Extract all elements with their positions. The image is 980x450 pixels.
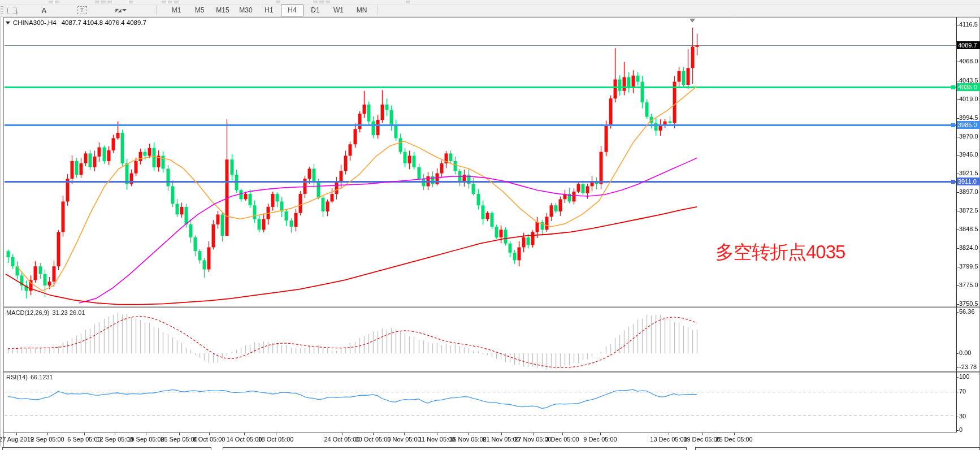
price-axis-label: 3799.5: [959, 263, 978, 270]
time-axis-label: 5 Nov 05:00: [387, 436, 420, 443]
time-axis-label: 14 Oct 05:00: [227, 436, 262, 443]
time-axis-label: 30 Oct 05:00: [355, 436, 391, 443]
macd-axis-label: 56.36: [959, 308, 975, 315]
background-window-edge: [695, 447, 980, 450]
chart-toolbar: F A T ◤◢ M1M5M15M30H1H4D1W1MN: [0, 5, 980, 17]
time-axis-label: 19 Sep 05:00: [127, 436, 164, 443]
rsi-axis-label: 100: [959, 373, 969, 380]
price-axis-label: 3921.5: [959, 170, 978, 176]
price-axis-label: 4116.5: [959, 21, 978, 28]
clipped-icon: [129, 1, 133, 3]
time-axis-label: 15 Nov 05:00: [449, 436, 486, 443]
time-axis-label: 9 Dec 05:00: [583, 436, 617, 443]
clipped-icon: [162, 1, 166, 3]
rsi-label: RSI(14)66.1231: [6, 374, 53, 380]
macd-label: MACD(12,26,9)31.23 26.01: [6, 309, 85, 316]
toolbar-drag-handle[interactable]: [1, 6, 3, 15]
price-axis-label: 3872.5: [959, 207, 978, 214]
timeframe-button-m30[interactable]: M30: [235, 5, 257, 16]
price-axis-label: 3970.0: [959, 133, 978, 140]
ohlc-values: 4087.7 4104.8 4076.4 4089.7: [62, 19, 146, 26]
timeframe-button-d1[interactable]: D1: [304, 5, 327, 16]
clipped-icon: [326, 1, 330, 3]
chart-title[interactable]: CHINA300-,H4 4087.7 4104.8 4076.4 4089.7: [6, 19, 146, 26]
time-axis-label: 8 Oct 05:00: [193, 436, 226, 443]
time-axis-label: 13 Dec 05:00: [650, 436, 687, 443]
f-grid-icon: F: [7, 7, 17, 14]
macd-axis-label: 0.00: [959, 349, 971, 356]
clipped-icon: [107, 1, 112, 3]
boxed-t-icon: T: [77, 6, 87, 14]
rsi-axis-label: 0: [959, 426, 962, 433]
clipped-icon: [319, 1, 324, 3]
title-dropdown-icon[interactable]: [6, 21, 10, 24]
price-tag-4035[interactable]: 4035.0: [957, 83, 980, 91]
time-axis-label: 27 Aug 2019: [0, 436, 34, 443]
clipped-icon: [101, 1, 106, 3]
price-axis-label: 3897.0: [959, 188, 978, 195]
timeframe-button-m15[interactable]: M15: [211, 5, 234, 16]
clipped-icon: [276, 1, 280, 3]
chart-text-annotation[interactable]: 多空转折点4035: [716, 240, 845, 265]
f-indicator-button[interactable]: F: [5, 5, 19, 15]
timeframe-button-mn[interactable]: MN: [350, 5, 373, 16]
time-axis-label: 19 Dec 05:00: [683, 436, 720, 443]
price-axis-label: 3994.5: [959, 114, 978, 121]
timeframe-button-w1[interactable]: W1: [327, 5, 350, 16]
clipped-icon: [49, 1, 53, 3]
clipped-icon: [55, 1, 59, 3]
timeframe-button-m5[interactable]: M5: [188, 5, 211, 16]
arrows-icon: ◤◢: [115, 8, 120, 13]
price-tag-3985[interactable]: 3985.0: [957, 121, 980, 129]
symbol-period-label: CHINA300-,H4: [13, 19, 57, 26]
timeframe-button-h1[interactable]: H1: [258, 5, 280, 16]
toolbar-separator: [156, 6, 157, 15]
price-axis-label: 3750.5: [959, 300, 978, 307]
price-axis-label: 3775.0: [959, 282, 978, 288]
price-axis-label: 4068.0: [959, 58, 978, 64]
timeframe-button-h4[interactable]: H4: [281, 5, 303, 16]
time-axis-label: 3 Dec 05:00: [545, 436, 579, 443]
price-axis-label: 4043.5: [959, 77, 978, 84]
toolbar-separator: [378, 6, 378, 15]
price-tag-3911[interactable]: 3911.0: [957, 178, 980, 185]
price-axis-label: 3824.0: [959, 244, 978, 251]
time-axis-label: 18 Oct 05:00: [258, 436, 294, 443]
timeframe-button-m1[interactable]: M1: [165, 5, 188, 16]
current-price-tag: 4089.7: [957, 41, 980, 49]
background-window-edge: [2, 447, 211, 450]
clipped-icon: [95, 1, 99, 3]
rsi-axis-label: 30: [959, 413, 966, 419]
clipped-icon: [168, 1, 172, 3]
time-axis-label: 25 Dec 05:00: [716, 436, 752, 443]
macd-axis-label: -23.78: [959, 364, 977, 370]
time-axis-label: 2 Sep 05:00: [31, 436, 64, 443]
dropdown-caret-icon[interactable]: [122, 9, 127, 11]
price-chart-canvas[interactable]: [0, 0, 980, 450]
time-axis-label: 24 Oct 05:00: [324, 436, 360, 443]
mt4-window: F A T ◤◢ M1M5M15M30H1H4D1W1MN CHINA300-,…: [0, 0, 980, 450]
price-axis-label: 3946.0: [959, 151, 978, 158]
letter-a-icon: A: [41, 6, 46, 15]
arrow-objects-button[interactable]: ◤◢: [109, 5, 133, 15]
background-window-edge: [223, 447, 687, 450]
price-axis-label: 3848.5: [959, 226, 978, 232]
price-axis-label: 4019.0: [959, 96, 978, 102]
text-box-button[interactable]: T: [75, 5, 89, 15]
chart-shift-marker[interactable]: [690, 19, 695, 23]
clipped-icon: [313, 1, 318, 3]
background-window-edges: [0, 447, 980, 450]
clipped-upper-toolbar: [0, 0, 980, 5]
clipped-icon: [174, 1, 179, 3]
rsi-axis-label: 70: [959, 388, 966, 395]
time-axis-label: 25 Sep 05:00: [161, 436, 197, 443]
text-label-button[interactable]: A: [37, 5, 51, 15]
clipped-icon: [406, 1, 410, 3]
